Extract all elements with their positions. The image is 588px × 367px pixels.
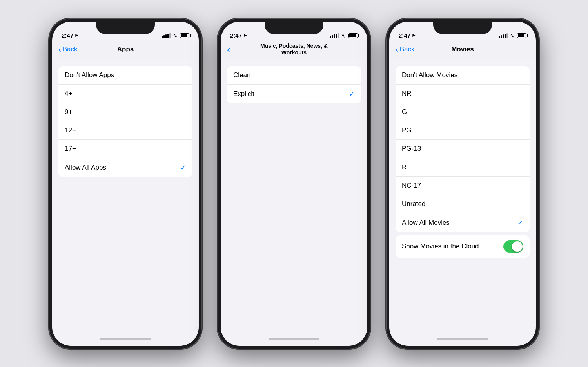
wifi-icon: ∿ [510,33,515,39]
list-item-label: Don't Allow Apps [65,71,114,79]
nav-bar: ‹BackMovies [389,41,536,58]
nav-bar: ‹BackApps [52,41,199,58]
toggle-thumb [512,241,523,252]
list-item-label: 9+ [65,108,72,116]
screen-music: 2:47►∿‹Music, Podcasts, News, & Workouts… [221,22,367,346]
back-label: Back [63,45,78,53]
list-item[interactable]: NR [396,85,530,103]
notch [433,22,492,34]
list-item[interactable]: R [396,158,530,177]
list-item[interactable]: 4+ [58,85,192,103]
list-item-label: PG-13 [402,145,421,153]
checkmark-icon: ✓ [180,163,186,172]
home-bar [100,338,151,340]
list-item[interactable]: NC-17 [396,177,530,195]
nav-title: Movies [451,45,474,53]
list-group-0: Don't Allow Apps4+9+12+17+Allow All Apps… [58,66,192,177]
status-time: 2:47► [230,32,248,39]
list-item-label: Explicit [233,90,254,98]
toggle-switch[interactable] [503,240,523,253]
status-icons: ∿ [162,33,189,39]
back-button[interactable]: ‹Back [396,45,414,53]
back-button[interactable]: ‹Back [58,45,77,53]
back-chevron-icon: ‹ [396,45,398,53]
list-item[interactable]: Clean [227,66,361,85]
status-time: 2:47► [399,32,416,39]
list-item-label: 17+ [65,145,76,153]
content-area: CleanExplicit✓ [221,58,367,333]
checkmark-icon: ✓ [517,219,523,227]
back-chevron-icon: ‹ [227,44,230,54]
list-item-label: PG [402,127,412,134]
list-item-label: Clean [233,71,250,79]
phone-music: 2:47►∿‹Music, Podcasts, News, & Workouts… [218,18,370,349]
status-icons: ∿ [499,33,526,39]
content-area: Don't Allow Apps4+9+12+17+Allow All Apps… [52,58,199,333]
list-item[interactable]: 17+ [58,140,192,158]
home-indicator [389,333,536,346]
battery-icon [180,33,189,38]
home-indicator [221,333,367,346]
list-item[interactable]: Explicit✓ [227,85,361,103]
back-button[interactable]: ‹ [227,45,230,54]
wifi-icon: ∿ [173,33,178,39]
notch [96,22,155,34]
nav-title: Apps [117,45,134,53]
list-item-label: NR [402,90,412,98]
back-chevron-icon: ‹ [58,45,61,53]
list-item-label: Allow All Apps [65,164,106,172]
signal-icon [499,33,508,38]
list-item-label: Unrated [402,200,425,208]
checkmark-icon: ✓ [349,90,355,98]
toggle-item[interactable]: Show Movies in the Cloud [396,235,530,258]
toggle-label: Show Movies in the Cloud [402,242,479,250]
list-item[interactable]: Allow All Movies✓ [396,213,530,232]
list-group-0: CleanExplicit✓ [227,66,361,103]
list-item-label: G [402,108,407,116]
list-item[interactable]: PG-13 [396,140,530,158]
home-bar [269,338,319,340]
list-item[interactable]: Unrated [396,195,530,213]
list-item-label: 12+ [65,127,76,134]
list-item-label: R [402,163,407,171]
list-item[interactable]: G [396,103,530,121]
content-area: Don't Allow MoviesNRGPGPG-13RNC-17Unrate… [389,58,536,333]
signal-icon [162,33,171,38]
list-item[interactable]: Allow All Apps✓ [58,158,192,177]
battery-icon [348,33,358,38]
status-time: 2:47► [62,32,79,39]
wifi-icon: ∿ [341,33,346,39]
nav-bar: ‹Music, Podcasts, News, & Workouts [221,41,367,58]
screen-movies: 2:47►∿‹BackMoviesDon't Allow MoviesNRGPG… [389,22,536,346]
list-item[interactable]: Don't Allow Apps [58,66,192,85]
list-item-label: NC-17 [402,182,421,190]
list-item[interactable]: 12+ [58,121,192,140]
list-item[interactable]: 9+ [58,103,192,121]
battery-icon [517,33,526,38]
phone-movies: 2:47►∿‹BackMoviesDon't Allow MoviesNRGPG… [386,18,539,349]
back-label: Back [400,45,415,53]
home-indicator [52,333,199,346]
list-group-0: Don't Allow MoviesNRGPGPG-13RNC-17Unrate… [396,66,530,232]
list-item-label: 4+ [65,90,72,98]
screen-apps: 2:47►∿‹BackAppsDon't Allow Apps4+9+12+17… [52,22,199,346]
signal-icon [330,33,339,38]
list-item[interactable]: PG [396,121,530,140]
home-bar [437,338,488,340]
list-item-label: Allow All Movies [402,219,450,227]
list-item-label: Don't Allow Movies [402,71,457,79]
nav-title: Music, Podcasts, News, & Workouts [247,43,341,56]
toggle-group: Show Movies in the Cloud [396,235,530,258]
notch [265,22,323,34]
phone-apps: 2:47►∿‹BackAppsDon't Allow Apps4+9+12+17… [49,18,202,349]
list-item[interactable]: Don't Allow Movies [396,66,530,85]
status-icons: ∿ [330,33,358,39]
